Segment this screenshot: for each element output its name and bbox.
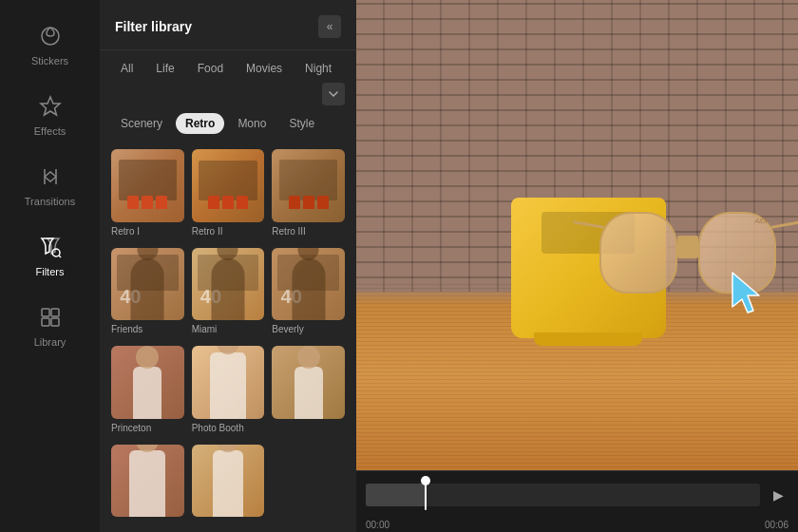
sunglasses: AiDi (599, 188, 776, 306)
total-time: 00:06 (765, 520, 788, 530)
filter-thumb-extra2 (111, 445, 184, 518)
filter-header: Filter library « (100, 0, 356, 50)
svg-rect-7 (51, 318, 59, 326)
filter-name-retro1: Retro I (111, 226, 184, 237)
effects-label: Effects (34, 125, 66, 137)
filter-item-retro1[interactable]: Retro I (111, 149, 184, 240)
more-button[interactable] (322, 83, 345, 105)
filter-thumb-retro2 (192, 149, 265, 222)
filter-panel-title: Filter library (115, 19, 192, 34)
filter-item-miami[interactable]: 40 Miami (192, 248, 265, 339)
filter-name-photobooth: Photo Booth (192, 423, 265, 433)
collapse-icon: « (327, 20, 333, 33)
tab-night[interactable]: Night (295, 58, 341, 79)
sidebar-item-library[interactable]: Library (0, 291, 100, 361)
filter-item-friends[interactable]: 40 Friends (111, 248, 184, 339)
svg-line-3 (59, 256, 61, 257)
sidebar-item-transitions[interactable]: Transitions (0, 150, 100, 220)
transitions-label: Transitions (25, 196, 75, 207)
sidebar-item-filters[interactable]: Filters (0, 220, 100, 291)
sg-left-lens (599, 212, 677, 294)
stickers-icon (37, 23, 64, 49)
filters-icon-active (37, 234, 64, 260)
filter-name-miami: Miami (192, 324, 265, 334)
svg-rect-5 (51, 309, 59, 316)
filter-thumb-princeton (111, 346, 184, 419)
timeline-progress (366, 484, 425, 506)
tab-movies[interactable]: Movies (237, 58, 292, 79)
filter-thumb-retro3 (272, 149, 345, 222)
play-button[interactable]: ▶ (768, 484, 788, 505)
timeline-marker (425, 480, 427, 510)
filter-name-princeton: Princeton (111, 423, 184, 433)
filter-item-photobooth[interactable]: Photo Booth (192, 346, 265, 437)
filter-thumb-extra3 (192, 445, 265, 518)
timeline-bar: ▶ (356, 470, 798, 518)
filter-item-extra2[interactable] (111, 445, 184, 525)
library-icon (37, 304, 64, 331)
filter-tabs-row2: Scenery Retro Mono Style (100, 109, 356, 142)
filter-grid: Retro I Retro II (100, 142, 356, 532)
filter-item-extra3[interactable] (192, 445, 265, 525)
filter-item-princeton[interactable]: Princeton (111, 346, 184, 437)
collapse-button[interactable]: « (318, 15, 341, 38)
timeline-track[interactable] (366, 484, 760, 506)
filter-item-retro3[interactable]: Retro III (272, 149, 345, 240)
preview-area: AiDi ▶ 00:00 00:06 (356, 0, 798, 532)
svg-marker-1 (41, 97, 60, 115)
tab-mono[interactable]: Mono (228, 113, 276, 134)
preview-viewport: AiDi (356, 0, 798, 470)
filter-thumb-retro1 (111, 149, 184, 222)
preview-background: AiDi (356, 0, 798, 470)
filter-item-beverly[interactable]: 40 Beverly (272, 248, 345, 339)
filter-name-beverly: Beverly (272, 324, 345, 334)
play-icon: ▶ (773, 487, 784, 503)
tab-style[interactable]: Style (279, 113, 324, 134)
filter-name-retro2: Retro II (192, 226, 265, 237)
tab-food[interactable]: Food (188, 58, 233, 79)
sg-bridge (677, 236, 698, 259)
svg-rect-4 (42, 309, 49, 316)
svg-rect-6 (42, 318, 49, 326)
transitions-icon (37, 163, 64, 190)
time-display-bar: 00:00 00:06 (356, 518, 798, 532)
stickers-label: Stickers (31, 55, 68, 66)
filter-tabs-row1: All Life Food Movies Night (100, 50, 356, 109)
filter-item-retro2[interactable]: Retro II (192, 149, 265, 240)
tab-life[interactable]: Life (146, 58, 183, 79)
filter-thumb-miami: 40 (192, 248, 265, 321)
sidebar-item-effects[interactable]: Effects (0, 80, 100, 150)
filter-name-retro3: Retro III (272, 226, 345, 237)
library-label: Library (34, 336, 66, 348)
filter-panel: Filter library « All Life Food Movies Ni… (100, 0, 356, 532)
filter-thumb-friends: 40 (111, 248, 184, 321)
filter-thumb-photobooth (192, 346, 265, 419)
tab-retro[interactable]: Retro (176, 113, 224, 134)
effects-icon (37, 93, 64, 120)
tab-scenery[interactable]: Scenery (111, 113, 172, 134)
filter-thumb-extra1 (272, 346, 345, 419)
filter-item-extra1[interactable] (272, 346, 345, 437)
sidebar: Stickers Effects Transitions (0, 0, 100, 532)
filters-label: Filters (36, 266, 65, 277)
filter-name-friends: Friends (111, 324, 184, 334)
filter-thumb-beverly: 40 (272, 248, 345, 321)
app-container: Stickers Effects Transitions (0, 0, 798, 532)
sidebar-item-stickers[interactable]: Stickers (0, 10, 100, 80)
current-time: 00:00 (366, 520, 390, 530)
tab-all[interactable]: All (111, 58, 142, 79)
